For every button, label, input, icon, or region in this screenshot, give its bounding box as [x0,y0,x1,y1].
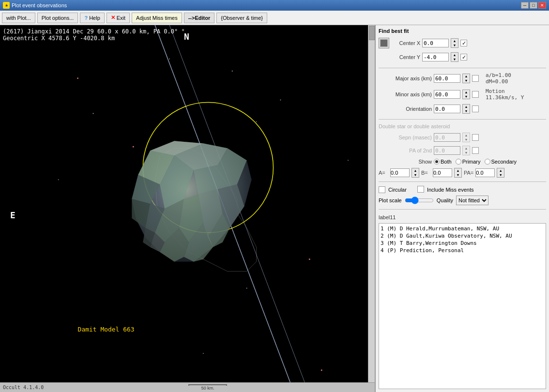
show-both-option[interactable]: Both [434,159,452,165]
center-x-spinner[interactable]: ▲ ▼ [451,38,458,48]
pa-down[interactable]: ▼ [497,173,504,177]
pa2nd-label: PA of 2nd [379,148,432,153]
a-spinner[interactable]: ▲ ▼ [412,168,419,178]
circular-checkbox[interactable] [379,186,385,193]
obs-item-1: 1 (M) D Herald,Murrumbateman, NSW, AU [381,225,544,232]
pa-input[interactable] [475,168,495,177]
sepn-checkbox[interactable] [472,134,479,141]
viz-bottom-bar: Occult 4.1.4.0 50 km. [0,382,375,392]
show-secondary-option[interactable]: Secondary [485,159,517,165]
a-input[interactable] [390,168,410,177]
pa-up[interactable]: ▲ [497,168,504,173]
viz-canvas: N E Damit Model 663 [0,25,368,382]
major-axis-down[interactable]: ▼ [463,78,470,83]
help-button[interactable]: ? Help [80,13,104,23]
plot-options-button[interactable]: Plot options... [37,13,78,23]
best-fit-icon[interactable] [379,38,389,48]
svg-point-1 [77,77,78,79]
a-label: A= [379,170,388,176]
include-miss-label: Include Miss events [427,187,474,193]
sepn-label: Sepn (masec) [379,135,432,140]
center-y-label: Center Y [391,54,420,60]
observer-time-button[interactable]: {Observer & time} [216,13,267,23]
svg-point-2 [133,146,134,148]
show-both-radio[interactable] [434,159,440,165]
center-y-spinner[interactable]: ▲ ▼ [451,52,458,62]
center-y-down[interactable]: ▼ [451,57,458,61]
minor-axis-input[interactable] [434,90,460,99]
svg-point-12 [203,353,204,354]
separator-3 [379,181,546,182]
show-primary-label: Primary [462,159,481,165]
minor-axis-row: Minor axis (km) ▲ ▼ Motion 11.36km/s, Y [379,88,546,101]
minor-axis-spinner[interactable]: ▲ ▼ [462,90,470,99]
maximize-button[interactable]: □ [530,2,537,9]
pa2nd-checkbox[interactable] [472,147,479,154]
a-up[interactable]: ▲ [412,168,419,173]
title-bar-left: ★ Plot event observations [3,2,67,9]
orientation-checkbox[interactable] [472,106,479,112]
title-bar-controls: ─ □ ✕ [521,2,546,9]
center-y-input[interactable] [422,53,449,61]
title-bar: ★ Plot event observations ─ □ ✕ [0,0,549,11]
show-label: Show [379,159,432,165]
minor-axis-down[interactable]: ▼ [463,94,470,99]
orientation-input[interactable] [434,105,460,113]
include-miss-checkbox[interactable] [417,186,424,193]
b-up[interactable]: ▲ [455,168,461,173]
major-axis-checkbox[interactable] [472,75,479,82]
pa2nd-spinner: ▲ ▼ [462,146,470,155]
show-primary-option[interactable]: Primary [456,159,481,165]
sepn-row: Sepn (masec) ▲ ▼ [379,133,546,142]
pa2nd-input[interactable] [434,146,460,155]
scrollbar-thumb[interactable] [369,26,375,40]
major-axis-input[interactable] [434,74,460,83]
major-axis-label: Major axis (km) [379,75,432,81]
plot-scale-row: Plot scale Quality Not fitted [379,196,546,205]
center-x-input[interactable] [422,39,449,47]
center-y-row: Center Y ▲ ▼ ✓ [379,52,546,62]
orientation-spinner[interactable]: ▲ ▼ [462,104,470,114]
a-down[interactable]: ▼ [412,173,419,177]
b-down[interactable]: ▼ [455,173,461,177]
separator-2 [379,119,546,120]
svg-point-11 [169,59,170,60]
orientation-down[interactable]: ▼ [463,109,470,113]
minor-axis-up[interactable]: ▲ [463,90,470,94]
b-input[interactable] [433,168,452,177]
major-axis-up[interactable]: ▲ [463,74,470,78]
orientation-row: Orientation ▲ ▼ [379,104,546,114]
motion-label: Motion [486,88,524,94]
minor-axis-checkbox[interactable] [472,91,479,98]
b-spinner[interactable]: ▲ ▼ [454,168,462,178]
major-axis-spinner[interactable]: ▲ ▼ [462,74,470,83]
quality-select[interactable]: Not fitted [456,196,488,205]
svg-point-4 [232,71,233,72]
center-x-up[interactable]: ▲ [451,39,458,43]
orientation-up[interactable]: ▲ [463,105,470,109]
center-x-checkbox[interactable]: ✓ [460,40,467,46]
pa-spinner[interactable]: ▲ ▼ [497,168,504,178]
with-plot-button[interactable]: with Plot... [2,13,35,23]
editor-button[interactable]: -->Editor [184,13,215,23]
center-y-up[interactable]: ▲ [451,53,458,57]
sepn-down: ▼ [463,137,470,142]
minimize-button[interactable]: ─ [521,2,529,9]
viz-scrollbar[interactable] [368,25,375,382]
sepn-input[interactable] [434,133,460,142]
adjust-miss-button[interactable]: Adjust Miss times [132,13,182,23]
show-primary-radio[interactable] [456,159,461,165]
show-radio-group: Both Primary Secondary [434,159,517,165]
exit-button[interactable]: ✕ Exit [107,13,130,23]
center-x-down[interactable]: ▼ [451,43,458,47]
double-star-label: Double star or double asteroid [379,123,546,129]
close-button[interactable]: ✕ [538,2,546,9]
center-y-checkbox[interactable]: ✓ [460,54,467,60]
viz-panel: (2617) Jiangxi 2014 Dec 29 60.0 x 60.0 k… [0,25,375,392]
show-secondary-radio[interactable] [485,159,490,165]
svg-point-3 [93,113,94,114]
plot-scale-slider[interactable] [405,197,434,204]
svg-point-10 [348,160,349,161]
center-x-row: Center X ▲ ▼ ✓ [379,38,546,48]
damit-label: Damit Model 663 [78,326,135,333]
